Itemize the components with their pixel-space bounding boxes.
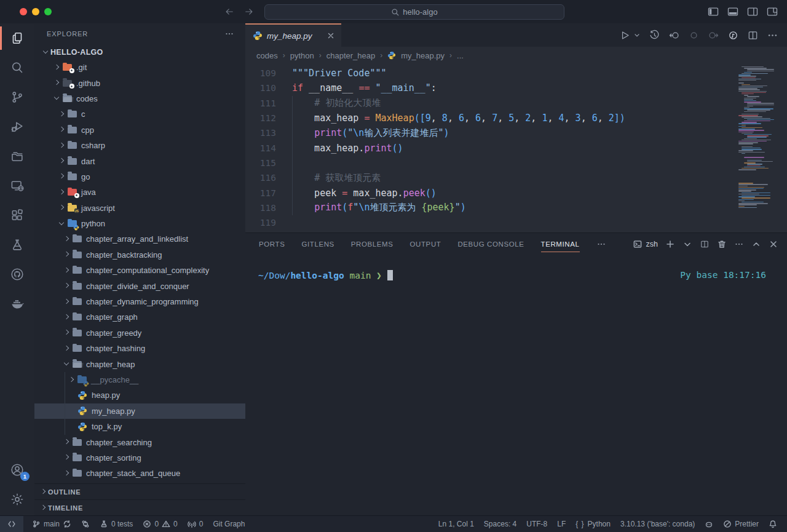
activity-settings[interactable] <box>0 485 34 514</box>
traffic-minimize-button[interactable] <box>32 8 39 15</box>
breadcrumb-item[interactable]: chapter_heap <box>326 51 376 60</box>
tree-item-chapter_array_and_linkedlist[interactable]: chapter_array_and_linkedlist <box>34 231 245 247</box>
panel-right-icon[interactable] <box>746 6 759 18</box>
activity-remote-explorer[interactable] <box>0 171 34 200</box>
activity-explorer[interactable] <box>0 23 34 53</box>
close-icon[interactable] <box>769 239 778 249</box>
activity-docker[interactable] <box>0 289 34 319</box>
tree-item-javascript[interactable]: JSjavascript <box>34 200 245 216</box>
arrow-left-icon[interactable] <box>224 6 235 17</box>
traffic-close-button[interactable] <box>20 8 27 15</box>
section-timeline[interactable]: TIMELINE <box>34 499 245 515</box>
tree-item-chapter_greedy[interactable]: chapter_greedy <box>34 325 245 341</box>
status-gitlens-compare[interactable] <box>76 516 95 532</box>
activity-extensions[interactable] <box>0 200 34 230</box>
code-area[interactable]: 109"""Driver Code"""110if __name__ == "_… <box>245 64 787 232</box>
status-remote-indicator[interactable] <box>0 516 23 532</box>
tree-item-go[interactable]: go <box>34 169 245 185</box>
tree-item-c[interactable]: c <box>34 106 245 122</box>
activity-github[interactable] <box>0 260 34 289</box>
section-outline[interactable]: OUTLINE <box>34 483 245 499</box>
chevron-down-icon[interactable] <box>633 31 641 39</box>
tree-item-.github[interactable]: .github <box>34 75 245 90</box>
status-prettier[interactable]: Prettier <box>718 520 764 528</box>
panel-tab-gitlens[interactable]: GITLENS <box>301 233 334 255</box>
panel-tab-debug-console[interactable]: DEBUG CONSOLE <box>457 233 524 255</box>
ellipsis-icon[interactable] <box>767 30 778 41</box>
tree-item-cpp[interactable]: cpp <box>34 122 245 138</box>
activity-run-and-debug[interactable] <box>0 112 34 141</box>
tree-item-java[interactable]: java <box>34 185 245 200</box>
trash-icon[interactable] <box>717 239 727 249</box>
tree-item-csharp[interactable]: csharp <box>34 138 245 153</box>
panel-tab-output[interactable]: OUTPUT <box>410 233 441 255</box>
minimap[interactable] <box>737 65 777 210</box>
tree-item-top_k.py[interactable]: top_k.py <box>34 419 245 434</box>
status-notifications[interactable] <box>764 520 782 528</box>
status-eol[interactable]: LF <box>552 520 571 528</box>
status-ports[interactable]: 0 <box>183 516 208 532</box>
panel-bottom-icon[interactable] <box>727 6 739 18</box>
tree-item-chapter_searching[interactable]: chapter_searching <box>34 434 245 450</box>
tree-item-codes[interactable]: codes <box>34 91 245 106</box>
tree-item-heap.py[interactable]: heap.py <box>34 387 245 403</box>
annotations-icon[interactable] <box>727 30 739 41</box>
status-encoding[interactable]: UTF-8 <box>521 520 552 528</box>
breadcrumb-item[interactable]: ... <box>457 51 464 60</box>
tree-item-chapter_divide_and_conquer[interactable]: chapter_divide_and_conquer <box>34 278 245 293</box>
tab-my-heap[interactable]: my_heap.py <box>245 23 341 47</box>
explorer-more-icon[interactable] <box>224 29 234 39</box>
tree-item-__pycache__[interactable]: __pycache__ <box>34 372 245 387</box>
activity-testing[interactable] <box>0 230 34 260</box>
activity-project-folders[interactable] <box>0 141 34 171</box>
panel-tab-ports[interactable]: PORTS <box>259 233 285 255</box>
arrow-right-icon[interactable] <box>243 6 255 17</box>
status-cursor-position[interactable]: Ln 1, Col 1 <box>433 520 479 528</box>
circle-back-icon[interactable] <box>668 30 680 41</box>
status-tests[interactable]: 0 tests <box>95 516 138 532</box>
tree-item-dart[interactable]: dart <box>34 153 245 169</box>
run-icon[interactable] <box>619 30 631 41</box>
terminal-content[interactable]: ~/Dow/hello-algo main ❯ Py base 18:17:16 <box>245 255 787 280</box>
status-git-graph[interactable]: Git Graph <box>208 516 250 532</box>
tree-item-chapter_computational_complexity[interactable]: chapter_computational_complexity <box>34 263 245 278</box>
chevron-up-icon[interactable] <box>751 239 761 249</box>
status-indentation[interactable]: Spaces: 4 <box>479 520 521 528</box>
breadcrumb-item[interactable]: python <box>290 51 314 60</box>
plus-icon[interactable] <box>665 239 675 249</box>
status-git-branch[interactable]: main <box>27 516 76 532</box>
panel-more-icon[interactable] <box>596 239 606 249</box>
status-language-mode[interactable]: { }Python <box>571 520 615 528</box>
panel-left-icon[interactable] <box>707 6 719 18</box>
tree-item-python[interactable]: python <box>34 216 245 231</box>
split-icon[interactable] <box>700 239 710 249</box>
tree-item-chapter_stack_and_queue[interactable]: chapter_stack_and_queue <box>34 466 245 481</box>
circle-forward-icon[interactable] <box>708 30 719 41</box>
tree-item-chapter_graph[interactable]: chapter_graph <box>34 309 245 325</box>
panel-tab-problems[interactable]: PROBLEMS <box>351 233 394 255</box>
tree-item-chapter_heap[interactable]: chapter_heap <box>34 356 245 371</box>
split-icon[interactable] <box>747 30 759 41</box>
breadcrumb-item[interactable]: my_heap.py <box>401 51 445 60</box>
command-center-search[interactable]: hello-algo <box>264 4 564 20</box>
activity-accounts[interactable]: 1 <box>0 455 34 485</box>
status-copilot[interactable] <box>700 520 718 528</box>
traffic-zoom-button[interactable] <box>44 8 52 15</box>
tree-item-chapter_backtracking[interactable]: chapter_backtracking <box>34 247 245 263</box>
status-python-interpreter[interactable]: 3.10.13 ('base': conda) <box>615 520 700 528</box>
activity-source-control[interactable] <box>0 82 34 112</box>
tree-item-chapter_hashing[interactable]: chapter_hashing <box>34 341 245 356</box>
close-icon[interactable] <box>326 31 335 40</box>
history-icon[interactable] <box>649 30 660 41</box>
activity-search[interactable] <box>0 53 34 82</box>
chevron-down-icon[interactable] <box>682 239 692 249</box>
status-problems[interactable]: 00 <box>138 516 182 532</box>
ellipsis-icon[interactable] <box>734 239 744 249</box>
tree-item-.git[interactable]: .git <box>34 60 245 75</box>
tree-item-chapter_sorting[interactable]: chapter_sorting <box>34 450 245 466</box>
breadcrumb-item[interactable]: codes <box>256 51 278 60</box>
panel-tab-terminal[interactable]: TERMINAL <box>541 233 580 255</box>
tree-item-my_heap.py[interactable]: my_heap.py <box>34 403 245 419</box>
workspace-root[interactable]: HELLO-ALGO <box>34 44 245 60</box>
circle-icon[interactable] <box>688 30 700 41</box>
